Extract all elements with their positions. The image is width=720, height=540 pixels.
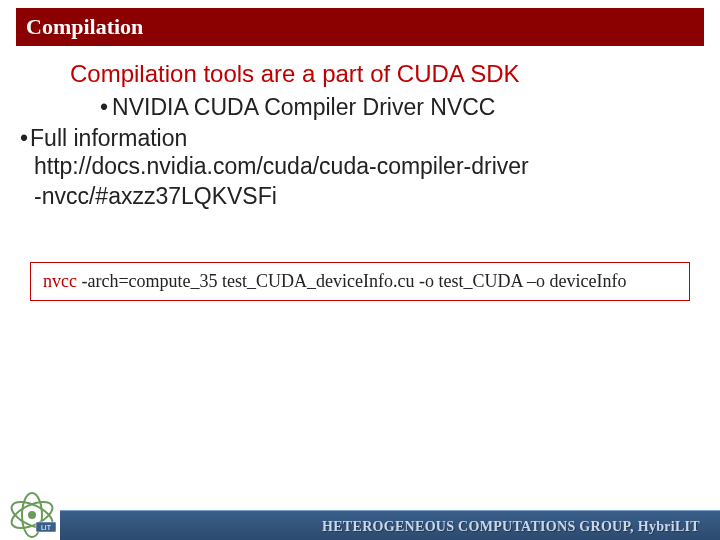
url-line-1: http://docs.nvidia.com/cuda/cuda-compile… xyxy=(34,152,690,182)
command-box: nvcc -arch=compute_35 test_CUDA_deviceIn… xyxy=(30,262,690,301)
footer: LIT HETEROGENEOUS COMPUTATIONS GROUP, Hy… xyxy=(0,496,720,540)
subtitle: Compilation tools are a part of CUDA SDK xyxy=(70,60,690,88)
atom-logo-icon: LIT xyxy=(4,492,64,538)
bullet-full-info: Full information xyxy=(20,125,690,152)
svg-point-3 xyxy=(28,511,36,519)
command-args: -arch=compute_35 test_CUDA_deviceInfo.cu… xyxy=(77,271,627,291)
bullet-nvcc-driver: NVIDIA CUDA Compiler Driver NVCC xyxy=(100,94,690,121)
footer-text: HETEROGENEOUS COMPUTATIONS GROUP, HybriL… xyxy=(322,519,700,535)
svg-text:LIT: LIT xyxy=(41,524,52,531)
command-program: nvcc xyxy=(43,271,77,291)
url-line-2: -nvcc/#axzz37LQKVSFi xyxy=(34,182,690,212)
slide-content: Compilation tools are a part of CUDA SDK… xyxy=(0,46,720,212)
slide-title: Compilation xyxy=(16,8,704,46)
